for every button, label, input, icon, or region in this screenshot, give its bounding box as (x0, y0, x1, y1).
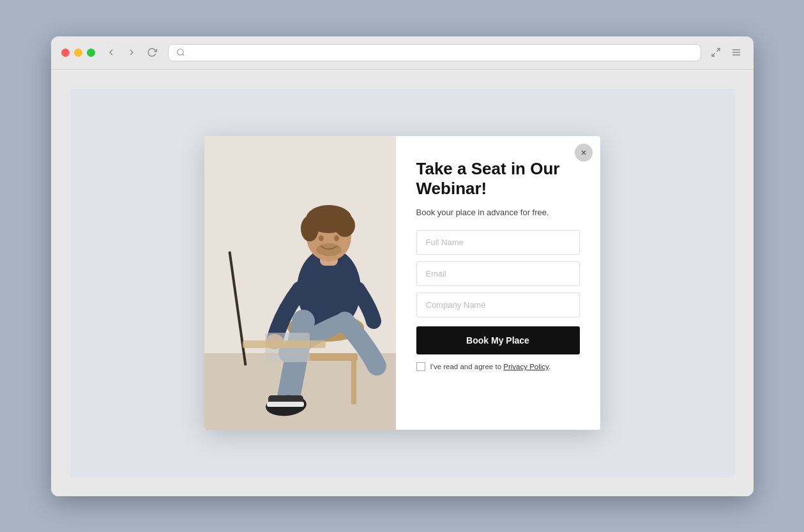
submit-button[interactable]: Book My Place (416, 326, 580, 354)
full-name-group (416, 230, 580, 255)
svg-line-1 (182, 54, 184, 56)
expand-icon (711, 47, 721, 57)
expand-button[interactable] (709, 45, 723, 59)
refresh-button[interactable] (144, 45, 160, 59)
svg-line-3 (712, 53, 715, 56)
traffic-lights (61, 49, 95, 57)
menu-icon (731, 47, 741, 57)
modal-image-panel (204, 136, 396, 430)
back-button[interactable] (103, 45, 119, 59)
browser-actions (709, 45, 743, 59)
email-group (416, 261, 580, 286)
address-input[interactable] (190, 48, 693, 57)
search-icon (176, 48, 185, 57)
modal-title: Take a Seat in Our Webinar! (416, 159, 580, 199)
menu-button[interactable] (729, 45, 743, 59)
close-icon (580, 149, 588, 156)
privacy-policy-link[interactable]: Privacy Policy (503, 363, 549, 370)
modal-dialog: Take a Seat in Our Webinar! Book your pl… (204, 136, 600, 430)
modal-overlay: Take a Seat in Our Webinar! Book your pl… (70, 89, 734, 477)
svg-rect-26 (267, 402, 304, 407)
privacy-checkbox[interactable] (416, 362, 425, 371)
full-name-input[interactable] (416, 230, 580, 255)
svg-point-20 (319, 235, 324, 241)
privacy-label: I've read and agree to Privacy Policy. (430, 363, 551, 370)
modal-subtitle: Book your place in advance for free. (416, 206, 580, 219)
privacy-row: I've read and agree to Privacy Policy. (416, 362, 580, 371)
page-content: Take a Seat in Our Webinar! Book your pl… (70, 89, 734, 477)
nav-buttons (103, 45, 160, 59)
browser-chrome (51, 36, 754, 70)
svg-point-19 (335, 214, 355, 237)
email-input[interactable] (416, 261, 580, 286)
minimize-traffic-light[interactable] (74, 49, 82, 57)
browser-window: Take a Seat in Our Webinar! Book your pl… (51, 36, 754, 496)
svg-line-2 (717, 49, 720, 52)
svg-point-0 (177, 49, 183, 55)
modal-form-panel: Take a Seat in Our Webinar! Book your pl… (396, 136, 600, 430)
close-traffic-light[interactable] (61, 49, 70, 57)
company-group (416, 293, 580, 317)
svg-point-21 (334, 235, 339, 241)
svg-rect-28 (243, 340, 326, 348)
company-input[interactable] (416, 293, 580, 317)
browser-content: Take a Seat in Our Webinar! Book your pl… (51, 70, 754, 496)
forward-button[interactable] (123, 45, 140, 59)
person-illustration (204, 136, 396, 430)
address-bar[interactable] (168, 44, 701, 61)
close-button[interactable] (575, 144, 593, 162)
svg-point-18 (301, 216, 319, 241)
maximize-traffic-light[interactable] (87, 49, 95, 57)
